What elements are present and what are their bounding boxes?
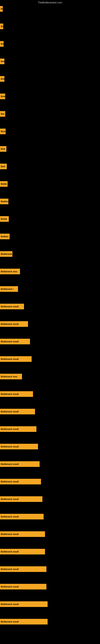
bar-item: Bottleneck result (0, 479, 41, 484)
bar-label: Bottleneck result (0, 619, 48, 624)
bar-item: Bottleneck result (0, 304, 24, 309)
bar-label: Bott (0, 128, 6, 134)
bar-label: Bottleneck resu (0, 374, 22, 379)
bar-item: Bottleneck result (0, 566, 47, 572)
bar-item: Bottleneck result (0, 496, 42, 502)
bar-item: Bottleneck result (0, 584, 47, 590)
bar-item: Bottleneck result (0, 601, 48, 607)
bar-item: Bottleneck result (0, 321, 28, 327)
bar-label: Bottleneck result (0, 496, 42, 502)
bar-label: Bo (0, 41, 3, 47)
bar-label: Bottleneck result (0, 461, 40, 467)
bar-label: Bot (0, 111, 5, 117)
bar-label: Bottlen (0, 234, 10, 239)
site-title: TheBottlenecker.com (38, 1, 62, 4)
bar-item: Bottleneck resu (0, 374, 22, 379)
bar-label: Bottleneck result (0, 409, 35, 414)
bar-label: Bottleneck result (0, 444, 38, 450)
bar-label: Bott (0, 94, 5, 99)
bar-item: Bottleneck result (0, 461, 40, 467)
bar-label: Bottleneck result (0, 426, 36, 432)
bar-item: Bot (0, 111, 5, 117)
bar-label: Bottleneck resu (0, 269, 20, 274)
bar-label: Bottleneck (0, 251, 12, 257)
bar-label: Bottleneck result (0, 566, 47, 572)
bar-item: Bott (0, 128, 6, 134)
bar-label: Bo (0, 6, 3, 12)
bar-item: Bo (0, 41, 3, 47)
bar-label: Bottle (0, 181, 8, 187)
bar-item: Bottleneck r (0, 286, 18, 292)
bar-label: Bottleneck result (0, 339, 30, 344)
bar-label: Bottleneck result (0, 304, 24, 309)
bar-label: Bottleneck result (0, 391, 33, 397)
bar-item: Bottle (0, 216, 9, 222)
bar-label: Bottlen (0, 199, 8, 204)
bar-label: Bott (0, 164, 7, 169)
bar-item: Bottlen (0, 199, 8, 204)
bar-item: Bo (0, 24, 3, 29)
bar-item: Bottlen (0, 234, 10, 239)
bar-item: Bottleneck result (0, 426, 36, 432)
bar-item: Bott (0, 146, 6, 152)
bar-label: Bottle (0, 216, 9, 222)
bar-label: Bot (0, 58, 4, 64)
bar-label: Bottleneck result (0, 356, 32, 362)
bar-label: Bottleneck r (0, 286, 18, 292)
bar-item: Bottleneck resu (0, 269, 20, 274)
bar-item: Bottle (0, 181, 8, 187)
bar-label: Bot (0, 76, 4, 82)
bar-label: Bottleneck result (0, 549, 45, 554)
bar-item: Bottleneck result (0, 514, 44, 520)
bar-item: Bottleneck result (0, 549, 45, 554)
bar-item: Bottleneck result (0, 339, 30, 344)
bar-item: Bottleneck result (0, 619, 48, 624)
bar-label: Bottleneck result (0, 531, 45, 537)
bar-label: Bottleneck result (0, 321, 28, 327)
bar-item: Bot (0, 76, 4, 82)
bar-item: Bot (0, 58, 4, 64)
bar-item: Bottleneck (0, 251, 12, 257)
bar-item: Bottleneck result (0, 444, 38, 450)
bar-item: Bott (0, 94, 5, 99)
bar-item: Bott (0, 164, 7, 169)
bar-label: Bottleneck result (0, 479, 41, 484)
bar-item: Bottleneck result (0, 409, 35, 414)
bar-item: Bottleneck result (0, 391, 33, 397)
bar-item: Bo (0, 6, 3, 12)
bar-item: Bottleneck result (0, 356, 32, 362)
bar-label: Bottleneck result (0, 584, 47, 590)
bar-label: Bo (0, 24, 3, 29)
bar-label: Bottleneck result (0, 601, 48, 607)
bar-label: Bott (0, 146, 6, 152)
bar-label: Bottleneck result (0, 514, 44, 520)
bar-item: Bottleneck result (0, 531, 45, 537)
